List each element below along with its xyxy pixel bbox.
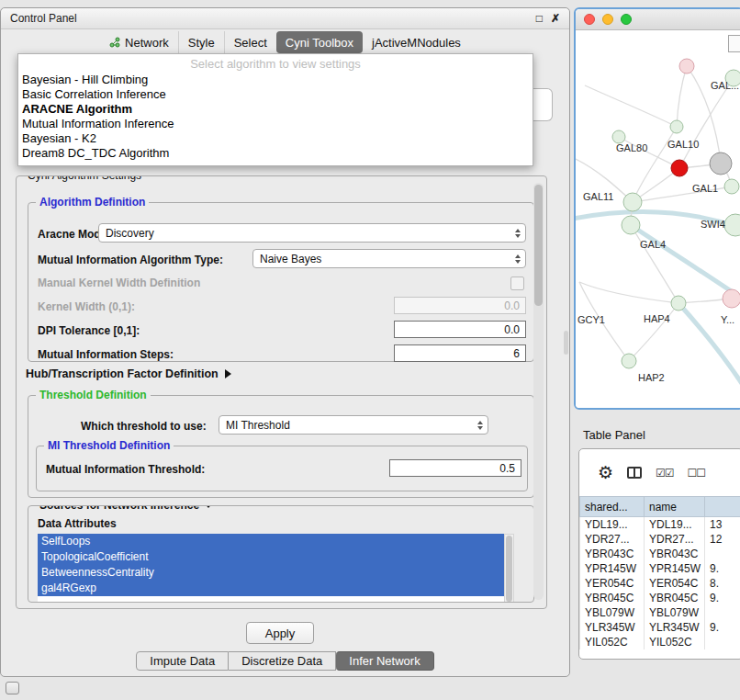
tab-select-label: Select [234,36,267,50]
panel-divider-handle[interactable] [564,331,568,355]
mi-threshold-label: Mutual Information Threshold: [46,463,205,476]
network-node[interactable] [622,354,636,368]
minimize-traffic-light[interactable] [602,14,613,25]
data-attribute-item[interactable]: gal4RGexp [38,581,504,596]
algorithm-option[interactable]: Mutual Information Inference [18,117,533,131]
table-cell: YER054C [645,576,705,591]
network-node[interactable] [723,289,740,308]
deselect-all-checkboxes-icon[interactable]: ☐☐ [688,468,706,479]
algorithm-dropdown-placeholder[interactable]: Select algorithm to view settings [18,56,533,73]
network-graph[interactable]: GAL... GAL80 GAL10 GAL11 GAL1 SWI4 GAL4 … [576,30,740,409]
network-node[interactable] [724,179,739,194]
tab-select[interactable]: Select [224,31,276,53]
table-row[interactable]: YBR045CYBR045C9. [580,591,740,605]
tab-cyni-toolbox[interactable]: Cyni Toolbox [276,31,363,53]
column-header-third[interactable] [705,497,740,517]
table-row[interactable]: YDL19...YDL19...13 [580,517,740,533]
data-attributes-list[interactable]: SelfLoopsTopologicalCoefficientBetweenne… [38,534,504,603]
data-attributes-label: Data Attributes [38,517,117,530]
algorithm-option[interactable]: Dream8 DC_TDC Algorithm [18,146,533,161]
canvas-scroll-box[interactable] [728,35,740,52]
network-node[interactable] [612,130,625,143]
expanded-arrow-icon [204,505,213,508]
close-traffic-light[interactable] [584,14,595,25]
zoom-traffic-light[interactable] [621,14,632,25]
control-panel-titlebar[interactable]: Control Panel □ ✗ [1,8,569,29]
kernel-width-label: Kernel Width (0,1): [38,300,135,313]
table-cell: YBR045C [580,591,645,605]
network-node[interactable] [679,59,694,73]
hub-tf-definition-toggle[interactable]: Hub/Transcription Factor Definition [26,367,231,380]
table-row[interactable]: YDR27...YDR27...12 [580,532,740,547]
table-row[interactable]: YPR145WYPR145W9. [580,561,740,576]
dpi-tolerance-value: 0.0 [504,323,520,336]
attributes-scrollbar[interactable] [504,534,514,603]
which-threshold-select[interactable]: MI Threshold [219,415,488,435]
algorithm-option[interactable]: Basic Correlation Inference [18,87,533,102]
network-node[interactable] [623,193,642,211]
table-cell: 8. [705,576,740,591]
network-node[interactable] [671,296,686,310]
combo-arrows-icon [515,254,525,264]
apply-button[interactable]: Apply [246,622,314,644]
table-row[interactable]: YIL052CYIL052C [580,635,740,649]
mi-steps-value: 6 [513,347,520,360]
columns-icon[interactable] [627,467,642,479]
sources-group: Sources for Network Inference Data Attri… [28,505,534,603]
table-toolbar: ⚙ ☑☑ ☐☐ [579,449,740,496]
svg-text:GAL4: GAL4 [640,239,666,250]
tab-impute-data[interactable]: Impute Data [136,651,229,671]
data-attribute-item[interactable]: SelfLoops [38,534,504,549]
select-all-checkboxes-icon[interactable]: ☑☑ [656,468,674,479]
svg-text:GAL...: GAL... [711,80,739,91]
settings-scrollbar[interactable] [533,183,544,600]
tab-infer-network[interactable]: Infer Network [336,651,433,671]
table-cell: 12 [705,532,740,547]
data-attribute-item[interactable]: BetweennessCentrality [38,565,504,581]
algorithm-option[interactable]: ARACNE Algorithm [18,102,533,117]
network-node[interactable] [710,152,732,175]
close-icon[interactable]: ✗ [551,13,560,24]
svg-text:GCY1: GCY1 [577,314,605,325]
table-cell: YLR345W [645,620,705,635]
table-panel-window: ⚙ ☑☑ ☐☐ shared... name YDL19...YDL19...1… [578,448,740,660]
network-view-window: GAL... GAL80 GAL10 GAL11 GAL1 SWI4 GAL4 … [574,7,740,410]
threshold-definition-title: Threshold Definition [36,389,151,401]
column-header-name[interactable]: name [645,497,705,517]
algorithm-definition-group: Algorithm Definition Aracne Mode: Discov… [28,202,534,362]
tab-discretize-data[interactable]: Discretize Data [229,651,336,671]
tab-jactivemnodules[interactable]: jActiveMNodules [363,31,470,53]
mi-steps-input[interactable]: 6 [394,344,526,362]
dpi-tolerance-input[interactable]: 0.0 [394,321,526,338]
float-window-icon[interactable]: □ [536,13,543,24]
tab-style[interactable]: Style [178,31,224,53]
algorithm-option[interactable]: Bayesian - K2 [18,131,533,146]
algorithm-option[interactable]: Bayesian - Hill Climbing [18,73,533,87]
column-header-shared[interactable]: shared... [580,497,645,517]
network-window-titlebar[interactable] [576,9,740,30]
table-row[interactable]: YER054CYER054C8. [580,576,740,591]
network-node[interactable] [622,216,640,234]
table-row[interactable]: YLR345WYLR345W9. [580,620,740,635]
mi-threshold-value: 0.5 [499,462,515,475]
manual-kernel-checkbox[interactable] [510,277,524,290]
collapsed-panel-icon[interactable] [6,682,19,694]
table-row[interactable]: YBL079WYBL079W [580,605,740,620]
network-canvas[interactable]: GAL... GAL80 GAL10 GAL11 GAL1 SWI4 GAL4 … [576,30,740,409]
data-attribute-item[interactable]: TopologicalCoefficient [38,549,504,565]
sources-title-row[interactable]: Sources for Network Inference [36,505,217,512]
table-cell: YDL19... [580,517,645,533]
table-cell: 13 [705,517,740,533]
table-row[interactable]: YBR043CYBR043C [580,547,740,561]
mi-threshold-definition-group: MI Threshold Definition Mutual Informati… [36,446,528,491]
tab-network[interactable]: Network [100,31,178,53]
network-node[interactable] [724,214,740,236]
network-node[interactable] [670,120,683,133]
network-node[interactable] [671,160,688,176]
mi-type-select[interactable]: Naive Bayes [252,249,526,268]
mi-threshold-input[interactable]: 0.5 [389,459,521,477]
aracne-mode-select[interactable]: Discovery [98,223,526,243]
desktop: Control Panel □ ✗ Network Style [0,0,740,700]
hub-tf-definition-label: Hub/Transcription Factor Definition [26,367,219,380]
gear-icon[interactable]: ⚙ [598,464,613,481]
